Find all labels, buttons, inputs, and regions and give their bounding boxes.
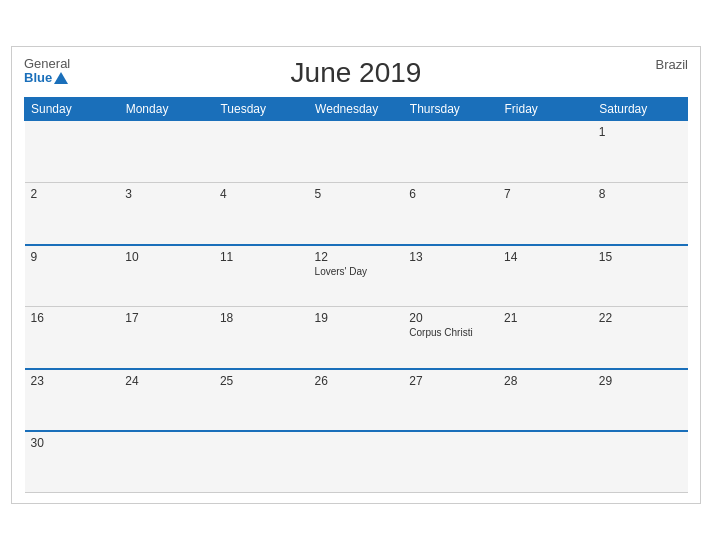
- day-of-week-friday: Friday: [498, 98, 593, 121]
- day-number: 25: [220, 374, 303, 388]
- calendar-cell: 26: [309, 369, 404, 431]
- day-number: 30: [31, 436, 114, 450]
- calendar-cell: 10: [119, 245, 214, 307]
- logo-general-text: General: [24, 57, 70, 71]
- day-number: 29: [599, 374, 682, 388]
- calendar-cell: 28: [498, 369, 593, 431]
- day-number: 17: [125, 311, 208, 325]
- week-row-3: 9101112Lovers' Day131415: [25, 245, 688, 307]
- day-number: 23: [31, 374, 114, 388]
- day-number: 10: [125, 250, 208, 264]
- calendar-cell: [498, 121, 593, 183]
- day-of-week-sunday: Sunday: [25, 98, 120, 121]
- event-label: Lovers' Day: [315, 266, 398, 277]
- day-number: 5: [315, 187, 398, 201]
- day-number: 26: [315, 374, 398, 388]
- calendar-cell: 20Corpus Christi: [403, 307, 498, 369]
- calendar-cell: 16: [25, 307, 120, 369]
- day-number: 21: [504, 311, 587, 325]
- week-row-6: 30: [25, 431, 688, 493]
- calendar-cell: 19: [309, 307, 404, 369]
- day-number: 9: [31, 250, 114, 264]
- calendar-cell: [309, 431, 404, 493]
- calendar-cell: [214, 121, 309, 183]
- calendar-cell: 13: [403, 245, 498, 307]
- day-number: 28: [504, 374, 587, 388]
- calendar-cell: 17: [119, 307, 214, 369]
- calendar-cell: 22: [593, 307, 688, 369]
- calendar-cell: 11: [214, 245, 309, 307]
- calendar-cell: 6: [403, 183, 498, 245]
- day-number: 12: [315, 250, 398, 264]
- day-number: 7: [504, 187, 587, 201]
- day-number: 19: [315, 311, 398, 325]
- week-row-2: 2345678: [25, 183, 688, 245]
- calendar-table: SundayMondayTuesdayWednesdayThursdayFrid…: [24, 97, 688, 493]
- calendar-cell: 23: [25, 369, 120, 431]
- calendar-cell: 24: [119, 369, 214, 431]
- day-number: 24: [125, 374, 208, 388]
- calendar-cell: 3: [119, 183, 214, 245]
- calendar-cell: 5: [309, 183, 404, 245]
- day-number: 4: [220, 187, 303, 201]
- day-number: 2: [31, 187, 114, 201]
- week-row-4: 1617181920Corpus Christi2122: [25, 307, 688, 369]
- week-row-5: 23242526272829: [25, 369, 688, 431]
- calendar-cell: 15: [593, 245, 688, 307]
- country-label: Brazil: [655, 57, 688, 72]
- calendar-title: June 2019: [291, 57, 422, 89]
- day-of-week-tuesday: Tuesday: [214, 98, 309, 121]
- logo-triangle-icon: [54, 72, 68, 84]
- calendar-cell: 25: [214, 369, 309, 431]
- day-number: 6: [409, 187, 492, 201]
- day-of-week-wednesday: Wednesday: [309, 98, 404, 121]
- calendar-cell: [119, 121, 214, 183]
- day-number: 20: [409, 311, 492, 325]
- day-number: 14: [504, 250, 587, 264]
- day-number: 1: [599, 125, 682, 139]
- calendar-header: General Blue June 2019 Brazil: [24, 57, 688, 89]
- calendar-cell: [498, 431, 593, 493]
- calendar-cell: [403, 431, 498, 493]
- logo-blue-text: Blue: [24, 71, 70, 85]
- day-number: 13: [409, 250, 492, 264]
- calendar-cell: [403, 121, 498, 183]
- calendar-cell: 1: [593, 121, 688, 183]
- calendar-cell: 18: [214, 307, 309, 369]
- days-header-row: SundayMondayTuesdayWednesdayThursdayFrid…: [25, 98, 688, 121]
- day-of-week-thursday: Thursday: [403, 98, 498, 121]
- day-number: 15: [599, 250, 682, 264]
- calendar-cell: [309, 121, 404, 183]
- day-of-week-monday: Monday: [119, 98, 214, 121]
- calendar-cell: 14: [498, 245, 593, 307]
- calendar-cell: [214, 431, 309, 493]
- day-number: 22: [599, 311, 682, 325]
- day-number: 18: [220, 311, 303, 325]
- logo: General Blue: [24, 57, 70, 86]
- calendar-cell: 29: [593, 369, 688, 431]
- calendar-cell: 2: [25, 183, 120, 245]
- event-label: Corpus Christi: [409, 327, 492, 338]
- calendar-cell: 27: [403, 369, 498, 431]
- calendar-cell: 4: [214, 183, 309, 245]
- calendar-cell: 21: [498, 307, 593, 369]
- calendar-container: General Blue June 2019 Brazil SundayMond…: [11, 46, 701, 504]
- week-row-1: 1: [25, 121, 688, 183]
- calendar-cell: 9: [25, 245, 120, 307]
- calendar-cell: 7: [498, 183, 593, 245]
- day-number: 27: [409, 374, 492, 388]
- calendar-cell: [119, 431, 214, 493]
- calendar-cell: 8: [593, 183, 688, 245]
- calendar-cell: 30: [25, 431, 120, 493]
- day-number: 11: [220, 250, 303, 264]
- calendar-cell: [25, 121, 120, 183]
- calendar-cell: [593, 431, 688, 493]
- day-number: 3: [125, 187, 208, 201]
- day-number: 8: [599, 187, 682, 201]
- calendar-cell: 12Lovers' Day: [309, 245, 404, 307]
- day-of-week-saturday: Saturday: [593, 98, 688, 121]
- day-number: 16: [31, 311, 114, 325]
